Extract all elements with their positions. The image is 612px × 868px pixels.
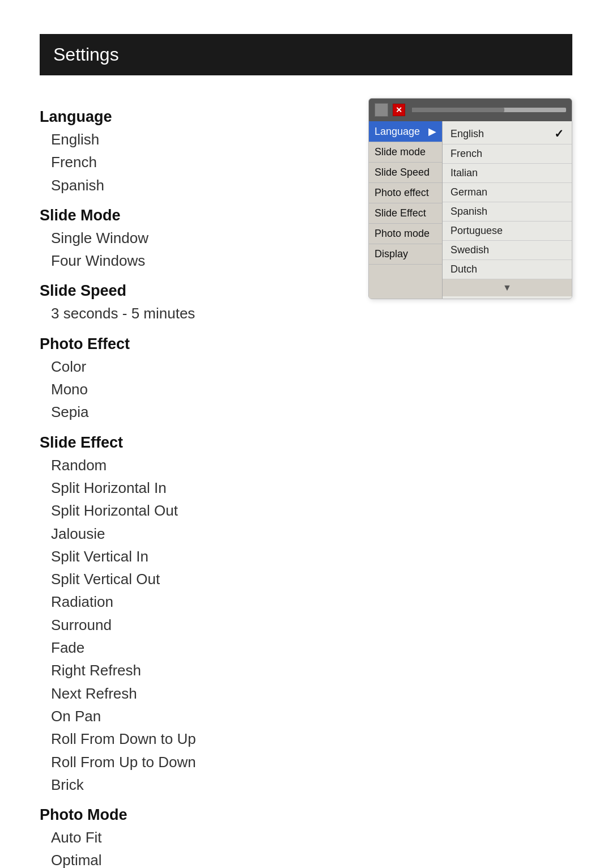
- item-on-pan[interactable]: On Pan: [40, 705, 346, 727]
- category-slide-mode: Slide Mode: [40, 207, 346, 224]
- item-fade[interactable]: Fade: [40, 636, 346, 659]
- item-right-refresh[interactable]: Right Refresh: [40, 659, 346, 682]
- menu-right-french[interactable]: French: [443, 144, 572, 164]
- category-photo-effect: Photo Effect: [40, 335, 346, 353]
- content-area: Language English French Spanish Slide Mo…: [40, 98, 572, 868]
- item-french[interactable]: French: [40, 151, 346, 173]
- menu-right-italian[interactable]: Italian: [443, 164, 572, 183]
- item-random[interactable]: Random: [40, 454, 346, 476]
- item-color[interactable]: Color: [40, 355, 346, 378]
- item-mono[interactable]: Mono: [40, 378, 346, 401]
- menu-right-column: English ✓ French Italian German Spanish: [443, 121, 572, 299]
- item-jalousie[interactable]: Jalousie: [40, 522, 346, 545]
- item-split-vertical-out[interactable]: Split Vertical Out: [40, 568, 346, 590]
- item-next-refresh[interactable]: Next Refresh: [40, 682, 346, 705]
- item-single-window[interactable]: Single Window: [40, 227, 346, 249]
- menu-right-italian-label: Italian: [450, 167, 478, 179]
- menu-item-slide-mode[interactable]: Slide mode: [369, 142, 442, 163]
- menu-item-photo-effect[interactable]: Photo effect: [369, 183, 442, 203]
- menu-right-french-label: French: [450, 148, 482, 160]
- item-radiation[interactable]: Radiation: [40, 590, 346, 613]
- menu-popup-titlebar: ✕: [369, 99, 572, 121]
- menu-item-language-label: Language: [375, 126, 420, 138]
- menu-item-display[interactable]: Display: [369, 244, 442, 265]
- menu-right-german-label: German: [450, 186, 487, 198]
- category-photo-mode: Photo Mode: [40, 806, 346, 824]
- item-split-horizontal-in[interactable]: Split Horizontal In: [40, 476, 346, 499]
- item-four-windows[interactable]: Four Windows: [40, 249, 346, 272]
- item-sepia[interactable]: Sepia: [40, 401, 346, 423]
- item-auto-fit[interactable]: Auto Fit: [40, 826, 346, 849]
- close-icon[interactable]: ✕: [393, 104, 405, 116]
- item-roll-up-to-down[interactable]: Roll From Up to Down: [40, 751, 346, 773]
- menu-item-language[interactable]: Language ▶: [369, 121, 442, 142]
- page-title: Settings: [53, 44, 119, 65]
- page-title-bar: Settings: [40, 34, 572, 75]
- menu-right-spanish[interactable]: Spanish: [443, 202, 572, 222]
- item-spanish[interactable]: Spanish: [40, 174, 346, 197]
- scroll-down-area[interactable]: ▼: [443, 279, 572, 296]
- menu-right-english[interactable]: English ✓: [443, 124, 572, 144]
- item-optimal[interactable]: Optimal: [40, 849, 346, 868]
- menu-right-portuguese-label: Portuguese: [450, 225, 503, 237]
- menu-icon: [375, 103, 388, 117]
- menu-right-english-label: English: [450, 128, 484, 140]
- menu-right-portuguese[interactable]: Portuguese: [443, 222, 572, 241]
- settings-list: Language English French Spanish Slide Mo…: [40, 98, 346, 868]
- item-surround[interactable]: Surround: [40, 614, 346, 636]
- menu-right-swedish-label: Swedish: [450, 244, 489, 256]
- page-container: Settings Language English French Spanish…: [0, 0, 612, 868]
- item-split-horizontal-out[interactable]: Split Horizontal Out: [40, 499, 346, 522]
- category-language: Language: [40, 108, 346, 126]
- menu-right-dutch-label: Dutch: [450, 263, 477, 275]
- menu-right-german[interactable]: German: [443, 183, 572, 202]
- scroll-down-arrow-icon: ▼: [503, 283, 512, 293]
- item-roll-down-to-up[interactable]: Roll From Down to Up: [40, 727, 346, 750]
- menu-item-photo-mode[interactable]: Photo mode: [369, 224, 442, 244]
- arrow-right-icon: ▶: [428, 125, 436, 138]
- menu-right-swedish[interactable]: Swedish: [443, 241, 572, 260]
- menu-popup: ✕ Language ▶ Slide mode Slide Speed Phot…: [368, 98, 572, 299]
- menu-right-spanish-label: Spanish: [450, 206, 487, 218]
- item-slide-speed-range[interactable]: 3 seconds - 5 minutes: [40, 302, 346, 325]
- menu-item-slide-speed[interactable]: Slide Speed: [369, 163, 442, 183]
- checkmark-icon: ✓: [554, 127, 564, 141]
- category-slide-effect: Slide Effect: [40, 434, 346, 452]
- menu-body: Language ▶ Slide mode Slide Speed Photo …: [369, 121, 572, 299]
- item-english[interactable]: English: [40, 128, 346, 151]
- category-slide-speed: Slide Speed: [40, 282, 346, 300]
- menu-left-column: Language ▶ Slide mode Slide Speed Photo …: [369, 121, 443, 299]
- menu-item-slide-effect[interactable]: Slide Effect: [369, 203, 442, 224]
- menu-right-dutch[interactable]: Dutch: [443, 260, 572, 279]
- item-brick[interactable]: Brick: [40, 773, 346, 796]
- item-split-vertical-in[interactable]: Split Vertical In: [40, 545, 346, 568]
